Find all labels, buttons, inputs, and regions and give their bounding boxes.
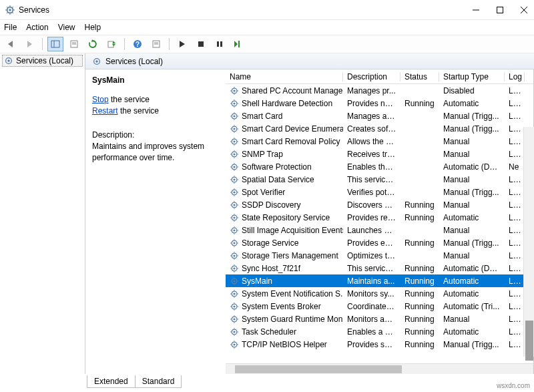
table-row[interactable]: Smart CardManages ac...Manual (Trigg...L…: [226, 110, 533, 122]
maximize-button[interactable]: [495, 5, 505, 15]
service-desc-cell: Provides req...: [343, 213, 400, 222]
pane-title: Services (Local): [105, 57, 163, 66]
service-icon: [230, 175, 239, 184]
table-row[interactable]: SysMainMaintains a...RunningAutomaticLoc: [226, 274, 533, 287]
table-row[interactable]: Sync Host_7f21fThis service ...RunningAu…: [226, 262, 533, 274]
stop-service-button[interactable]: [193, 37, 209, 51]
svg-point-161: [233, 343, 235, 345]
svg-point-107: [233, 229, 235, 231]
close-button[interactable]: [519, 5, 529, 15]
table-row[interactable]: TCP/IP NetBIOS HelperProvides sup...Runn…: [226, 338, 533, 351]
properties-button[interactable]: [66, 37, 82, 51]
service-desc-cell: This service ...: [343, 264, 400, 273]
service-logon-cell: Loc: [505, 200, 525, 210]
svg-point-95: [233, 204, 235, 206]
service-startup-cell: Automatic: [439, 289, 505, 299]
column-status[interactable]: Status: [400, 72, 439, 81]
vertical-scrollbar[interactable]: [523, 127, 534, 357]
separator: [42, 38, 43, 50]
table-row[interactable]: Shell Hardware DetectionProvides not...R…: [226, 97, 533, 110]
svg-point-47: [233, 102, 235, 104]
menu-action[interactable]: Action: [26, 23, 48, 32]
tree-item-services-local[interactable]: Services (Local): [2, 55, 83, 67]
table-row[interactable]: System Event Notification S...Monitors s…: [226, 287, 533, 300]
service-startup-cell: Manual (Trigg...: [439, 112, 505, 121]
restart-link[interactable]: Restart: [92, 106, 118, 116]
column-logon[interactable]: Log On As: [505, 72, 525, 81]
service-name-cell: Shared PC Account Manager: [242, 86, 343, 95]
service-name-cell: Storage Tiers Management: [242, 251, 338, 260]
table-row[interactable]: Storage ServiceProvides ena...RunningMan…: [226, 236, 533, 249]
stop-link[interactable]: Stop: [92, 95, 109, 104]
service-name-cell: SNMP Trap: [242, 150, 283, 159]
table-row[interactable]: SSDP DiscoveryDiscovers ne...RunningManu…: [226, 198, 533, 211]
service-startup-cell: Automatic (De...: [439, 162, 505, 172]
column-startup[interactable]: Startup Type: [439, 72, 505, 81]
service-name-cell: Storage Service: [242, 238, 298, 248]
service-status-cell: Running: [400, 340, 439, 349]
table-row[interactable]: Task SchedulerEnables a us...RunningAuto…: [226, 325, 533, 338]
service-name-cell: SysMain: [242, 276, 272, 286]
table-row[interactable]: Still Image Acquisition EventsLaunches a…: [226, 224, 533, 236]
main-pane: Services (Local) SysMain Stop the servic…: [85, 53, 534, 374]
table-row[interactable]: Software ProtectionEnables the ...Automa…: [226, 160, 533, 173]
table-row[interactable]: System Guard Runtime Mon...Monitors and.…: [226, 313, 533, 325]
table-row[interactable]: State Repository ServiceProvides req...R…: [226, 211, 533, 224]
toolbar: ?: [0, 35, 534, 53]
tab-extended[interactable]: Extended: [87, 375, 136, 388]
service-status-cell: Running: [400, 200, 439, 210]
start-service-button[interactable]: [174, 37, 190, 51]
menu-view[interactable]: View: [58, 23, 75, 32]
minimize-button[interactable]: [471, 5, 481, 15]
export-button[interactable]: [103, 37, 119, 51]
services-icon: [4, 56, 13, 65]
service-startup-cell: Manual: [439, 315, 505, 324]
horizontal-scrollbar[interactable]: [226, 363, 533, 374]
svg-point-137: [233, 292, 235, 295]
table-row[interactable]: Smart Card Removal PolicyAllows the s...…: [226, 135, 533, 148]
service-logon-cell: Loc: [505, 137, 525, 146]
scrollbar-thumb[interactable]: [235, 365, 402, 373]
svg-rect-32: [217, 41, 219, 47]
service-name-cell: System Guard Runtime Mon...: [242, 315, 343, 324]
service-logon-cell: Loc: [505, 150, 525, 159]
service-startup-cell: Manual: [439, 175, 505, 184]
service-icon: [230, 302, 239, 311]
column-name[interactable]: Name: [226, 72, 343, 81]
menu-file[interactable]: File: [4, 23, 17, 32]
separator: [124, 38, 125, 50]
scrollbar-thumb[interactable]: [525, 321, 533, 361]
service-desc-cell: Enables a us...: [343, 327, 400, 337]
menu-help[interactable]: Help: [85, 23, 101, 32]
column-description[interactable]: Description: [343, 72, 400, 81]
back-button[interactable]: [3, 37, 19, 51]
table-row[interactable]: Storage Tiers ManagementOptimizes th...M…: [226, 249, 533, 262]
detail-panel: SysMain Stop the service Restart the ser…: [85, 69, 226, 374]
svg-marker-14: [8, 41, 13, 47]
svg-point-125: [233, 267, 235, 269]
forward-button[interactable]: [21, 37, 37, 51]
service-status-cell: Running: [400, 289, 439, 299]
restart-service-button[interactable]: [230, 37, 246, 51]
pause-service-button[interactable]: [212, 37, 228, 51]
service-desc-cell: Provides sup...: [343, 340, 400, 349]
show-hide-tree-button[interactable]: [47, 37, 63, 51]
service-startup-cell: Automatic: [439, 276, 505, 286]
table-row[interactable]: System Events BrokerCoordinates ...Runni…: [226, 300, 533, 313]
tab-standard[interactable]: Standard: [135, 375, 182, 388]
table-row[interactable]: Smart Card Device Enumerat...Creates sof…: [226, 122, 533, 135]
service-logon-cell: Loc: [505, 124, 525, 134]
table-row[interactable]: Spatial Data ServiceThis service i...Man…: [226, 173, 533, 186]
table-row[interactable]: SNMP TrapReceives tra...ManualLoc: [226, 148, 533, 160]
table-row[interactable]: Spot VerifierVerifies pote...Manual (Tri…: [226, 186, 533, 198]
svg-point-113: [233, 242, 235, 244]
service-startup-cell: Manual (Trigg...: [439, 340, 505, 349]
help-button[interactable]: ?: [129, 37, 146, 51]
service-startup-cell: Automatic: [439, 99, 505, 108]
service-logon-cell: Loc: [505, 188, 525, 197]
refresh-button[interactable]: [85, 37, 101, 51]
table-row[interactable]: Shared PC Account ManagerManages pr...Di…: [226, 84, 533, 97]
service-startup-cell: Manual (Trigg...: [439, 188, 505, 197]
service-icon: [230, 112, 239, 121]
properties-button-2[interactable]: [148, 37, 164, 51]
